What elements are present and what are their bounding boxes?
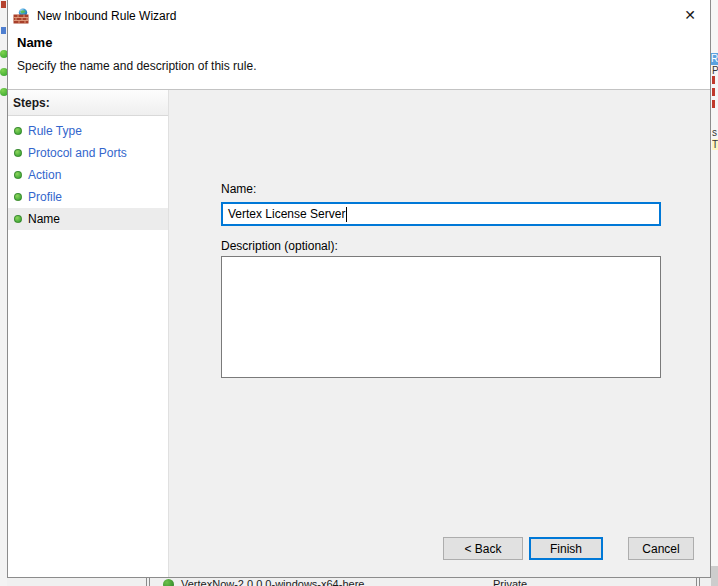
name-input[interactable]: Vertex License Server <box>221 202 661 226</box>
wizard-page-header: Name Specify the name and description of… <box>8 32 710 73</box>
dialog-titlebar[interactable]: New Inbound Rule Wizard ✕ <box>8 0 710 32</box>
background-pane-border <box>696 578 700 586</box>
step-profile[interactable]: Profile <box>8 186 168 208</box>
steps-header: Steps: <box>8 90 168 116</box>
step-label: Protocol and Ports <box>28 146 127 160</box>
background-fragment <box>0 68 7 76</box>
text-caret <box>346 207 347 222</box>
step-rule-type[interactable]: Rule Type <box>8 120 168 142</box>
back-button[interactable]: < Back <box>443 537 523 560</box>
step-bullet-icon <box>14 193 22 201</box>
screen: R P s T VertexNow-2.0.0.0-windows-x64-he… <box>0 0 718 586</box>
background-fragment: R <box>711 53 718 65</box>
background-fragment <box>712 76 715 84</box>
step-protocol-and-ports[interactable]: Protocol and Ports <box>8 142 168 164</box>
new-inbound-rule-wizard-dialog: New Inbound Rule Wizard ✕ Name Specify t… <box>7 0 711 578</box>
step-action[interactable]: Action <box>8 164 168 186</box>
background-fragment <box>712 100 715 108</box>
wizard-content: Name: Vertex License Server Description … <box>169 90 710 577</box>
cancel-button[interactable]: Cancel <box>628 537 694 560</box>
step-label: Name <box>28 212 60 226</box>
dialog-body: Steps: Rule Type Protocol and Ports Acti… <box>8 90 710 577</box>
step-label: Rule Type <box>28 124 82 138</box>
background-fragment <box>711 566 718 586</box>
background-window-left-sliver <box>0 0 7 586</box>
background-fragment: P <box>712 65 718 76</box>
step-name-current[interactable]: Name <box>8 208 168 230</box>
close-button[interactable]: ✕ <box>670 0 710 30</box>
background-fragment <box>0 50 7 58</box>
name-field-label: Name: <box>221 182 256 196</box>
dialog-title: New Inbound Rule Wizard <box>37 9 176 23</box>
background-fragment <box>1 27 6 34</box>
page-subtitle: Specify the name and description of this… <box>17 50 710 73</box>
steps-list: Rule Type Protocol and Ports Action Prof… <box>8 116 168 230</box>
step-bullet-icon <box>14 215 22 223</box>
steps-panel: Steps: Rule Type Protocol and Ports Acti… <box>8 90 169 577</box>
step-bullet-icon <box>14 171 22 179</box>
step-bullet-icon <box>14 149 22 157</box>
dialog-top-section: New Inbound Rule Wizard ✕ Name Specify t… <box>8 0 710 90</box>
name-input-value: Vertex License Server <box>228 207 345 221</box>
rule-enabled-icon <box>163 579 174 586</box>
background-fragment <box>0 88 7 96</box>
background-fragment <box>1 1 6 8</box>
background-window-right-sliver: R P s T <box>711 0 718 586</box>
finish-button[interactable]: Finish <box>529 537 603 560</box>
step-label: Profile <box>28 190 62 204</box>
background-fragment: s <box>712 127 718 138</box>
description-textarea[interactable] <box>221 256 661 378</box>
step-bullet-icon <box>14 127 22 135</box>
description-field-label: Description (optional): <box>221 239 338 253</box>
background-pane-border <box>146 578 150 586</box>
background-rule-name: VertexNow-2.0.0.0-windows-x64-here <box>181 578 364 586</box>
background-fragment: T <box>712 139 718 150</box>
background-fragment <box>712 88 715 96</box>
step-label: Action <box>28 168 61 182</box>
background-window-bottom-sliver: VertexNow-2.0.0.0-windows-x64-here Priva… <box>7 578 711 586</box>
firewall-icon <box>13 8 29 24</box>
page-title: Name <box>17 32 710 50</box>
background-rule-profile: Private <box>493 578 527 586</box>
